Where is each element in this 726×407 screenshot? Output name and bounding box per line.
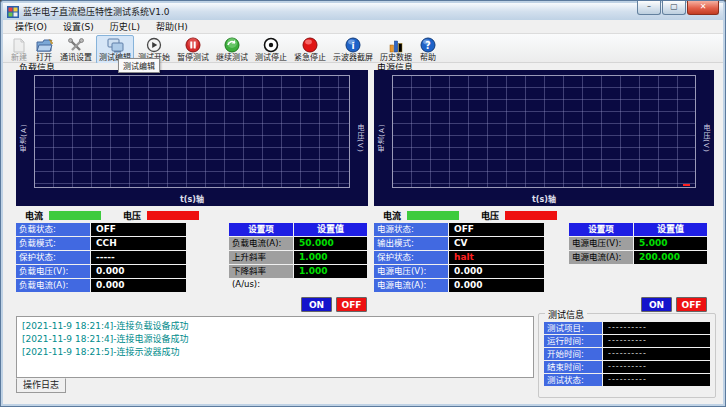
load-status-table: 负载状态:OFF 负载模式:CCH 保护状态:----- 负载电压(V):0.0…: [16, 223, 186, 292]
table-row: 结束时间:----------: [544, 361, 710, 373]
source-legend-current-label: 电流: [383, 209, 401, 222]
client-area: 负载信息 电流(A) 电压(V) t(s)轴 电流 电压 负载状态:OFF 负载…: [3, 63, 723, 404]
table-row: 负载电流(A):50.000: [229, 237, 367, 250]
table-row: 测试项目:----------: [544, 322, 710, 334]
source-voltage-swatch: [505, 211, 557, 220]
load-legend-current-label: 电流: [25, 209, 43, 222]
table-row: 开始时间:----------: [544, 348, 710, 360]
test-edit-icon: [106, 37, 124, 53]
tools-icon: [67, 37, 85, 53]
app-icon: [7, 6, 19, 18]
source-off-button[interactable]: OFF: [676, 297, 707, 312]
continue-test-button[interactable]: 继续测试: [213, 35, 251, 64]
table-row: 电源电流(A):200.000: [569, 251, 707, 264]
load-current-swatch: [49, 211, 101, 220]
close-icon[interactable]: ✕: [687, 1, 719, 15]
table-row: 运行时间:----------: [544, 335, 710, 347]
history-data-button[interactable]: 历史数据: [377, 35, 415, 64]
open-folder-icon: [35, 37, 53, 53]
svg-text:i: i: [351, 41, 354, 51]
open-button[interactable]: 打开: [32, 35, 56, 64]
table-row: 上升斜率(A/us):1.000: [229, 251, 367, 264]
maximize-icon[interactable]: ▢: [662, 1, 686, 15]
source-chart-plot: [392, 75, 696, 188]
table-row: 负载模式:CCH: [16, 237, 186, 250]
pause-test-button[interactable]: 暂停测试: [174, 35, 212, 64]
log-line: [2021-11-9 18:21:4]-连接负载设备成功: [22, 320, 528, 333]
log-panel: [2021-11-9 18:21:4]-连接负载设备成功 [2021-11-9 …: [16, 316, 534, 378]
test-stop-button[interactable]: 测试停止: [252, 35, 290, 64]
log-line: [2021-11-9 18:21:4]-连接电源设备成功: [22, 333, 528, 346]
table-row: 电源状态:OFF: [374, 223, 544, 236]
stop-record-icon: [262, 37, 280, 53]
window-title: 蓝华电子直流稳压特性测试系统V1.0: [23, 5, 169, 18]
menu-bar: 操作(O) 设置(S) 历史(L) 帮助(H): [3, 20, 723, 34]
menu-operation[interactable]: 操作(O): [7, 19, 55, 34]
window-controls: – ▢ ✕: [636, 1, 719, 15]
load-legend: 电流 电压: [25, 209, 221, 221]
scope-screenshot-button[interactable]: i 示波器截屏: [330, 35, 376, 64]
source-chart-x-label: t(s)轴: [374, 193, 714, 204]
load-chart-yleft-label: 电流(A): [19, 123, 29, 152]
source-current-swatch: [407, 211, 459, 220]
trace-mark: [683, 184, 690, 186]
source-settings-table: 设置项设置值 电源电压(V):5.000 电源电流(A):200.000: [569, 223, 707, 264]
test-info-group: 测试信息 测试项目:---------- 运行时间:---------- 开始时…: [538, 313, 716, 398]
minimize-icon[interactable]: –: [637, 1, 661, 15]
menu-history[interactable]: 历史(L): [102, 19, 148, 34]
load-on-button[interactable]: ON: [301, 297, 332, 312]
table-row: 电源电流(A):0.000: [374, 279, 544, 292]
source-legend: 电流 电压: [383, 209, 579, 221]
table-row: 保护状态:-----: [16, 251, 186, 264]
comm-settings-button[interactable]: 通讯设置: [57, 35, 95, 64]
load-voltage-swatch: [147, 211, 199, 220]
table-row: 电源电压(V):5.000: [569, 237, 707, 250]
toolbar: 新建 打开 通讯设置 测试编辑 测试开始: [3, 34, 723, 63]
play-icon: [145, 37, 163, 53]
test-info-title: 测试信息: [545, 308, 587, 321]
source-legend-voltage-label: 电压: [481, 209, 499, 222]
title-bar[interactable]: 蓝华电子直流稳压特性测试系统V1.0 – ▢ ✕: [3, 3, 723, 20]
source-on-button[interactable]: ON: [641, 297, 672, 312]
table-row: 电源电压(V):0.000: [374, 265, 544, 278]
load-off-button[interactable]: OFF: [336, 297, 367, 312]
bar-chart-icon: [387, 37, 405, 53]
table-row: 负载电压(V):0.000: [16, 265, 186, 278]
emergency-stop-icon: [301, 37, 319, 53]
table-row: 负载状态:OFF: [16, 223, 186, 236]
emergency-stop-button[interactable]: 紧急停止: [291, 35, 329, 64]
table-row: 保护状态:halt: [374, 251, 544, 264]
source-status-table: 电源状态:OFF 输出模式:CV 保护状态:halt 电源电压(V):0.000…: [374, 223, 544, 292]
scope-info-icon: i: [344, 37, 362, 53]
load-settings-table: 设置项设置值 负载电流(A):50.000 上升斜率(A/us):1.000 下…: [229, 223, 367, 278]
load-chart-x-label: t(s)轴: [16, 193, 368, 204]
log-line: [2021-11-9 18:21:5]-连接示波器成功: [22, 346, 528, 359]
new-button[interactable]: 新建: [7, 35, 31, 64]
load-chart-plot: [34, 75, 350, 188]
tooltip: 测试编辑: [118, 58, 160, 73]
source-chart-yleft-label: 电流(A): [377, 123, 387, 152]
new-file-icon: [10, 37, 28, 53]
tab-operation-log[interactable]: 操作日志: [16, 378, 66, 393]
table-row: 测试状态:----------: [544, 374, 710, 386]
menu-settings[interactable]: 设置(S): [55, 19, 102, 34]
source-chart-yright-label: 电压(V): [701, 123, 711, 152]
test-info-table: 测试项目:---------- 运行时间:---------- 开始时间:---…: [544, 322, 710, 386]
app-window: 蓝华电子直流稳压特性测试系统V1.0 – ▢ ✕ 操作(O) 设置(S) 历史(…: [0, 0, 726, 407]
table-header: 设置项设置值: [569, 223, 707, 236]
table-row: 下降斜率(A/us):1.000: [229, 265, 367, 278]
pause-icon: [184, 37, 202, 53]
source-chart: 电流(A) 电压(V) t(s)轴: [374, 70, 714, 206]
load-legend-voltage-label: 电压: [123, 209, 141, 222]
help-button[interactable]: ? 帮助: [416, 35, 440, 64]
help-icon: ?: [419, 37, 437, 53]
table-header: 设置项设置值: [229, 223, 367, 236]
menu-help[interactable]: 帮助(H): [148, 19, 196, 34]
svg-text:?: ?: [425, 40, 431, 51]
resume-icon: [223, 37, 241, 53]
load-chart-yright-label: 电压(V): [355, 123, 365, 152]
table-row: 负载电流(A):0.000: [16, 279, 186, 292]
load-chart: 电流(A) 电压(V) t(s)轴: [16, 70, 368, 206]
table-row: 输出模式:CV: [374, 237, 544, 250]
